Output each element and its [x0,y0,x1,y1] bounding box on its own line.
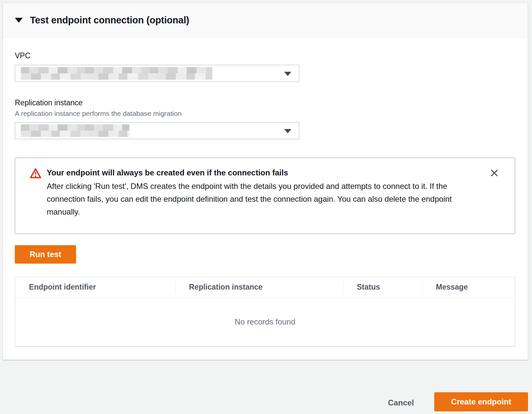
table-header-row: Endpoint identifier Replication instance… [15,277,515,298]
replication-instance-label: Replication instance [15,98,515,107]
panel-header-toggle[interactable]: Test endpoint connection (optional) [3,3,528,38]
warning-alert-body: After clicking 'Run test', DMS creates t… [47,180,475,218]
redacted-vpc-value [21,67,212,80]
run-test-button[interactable]: Run test [15,245,76,264]
redacted-replication-instance-value [21,124,129,137]
column-header-message: Message [422,277,515,297]
close-icon [490,168,499,177]
replication-instance-select[interactable] [15,122,299,139]
warning-alert: Your endpoint will always be created eve… [15,158,515,234]
column-header-status: Status [343,277,422,297]
close-alert-button[interactable] [489,167,500,178]
column-header-replication-instance: Replication instance [175,277,343,297]
empty-state-message: No records found [15,298,515,346]
cancel-button[interactable]: Cancel [388,398,414,407]
chevron-down-icon [284,72,291,76]
test-results-table: Endpoint identifier Replication instance… [15,277,515,347]
replication-instance-field-group: Replication instance A replication insta… [15,98,515,139]
replication-instance-description: A replication instance performs the data… [15,110,515,117]
test-endpoint-connection-panel: Test endpoint connection (optional) VPC … [3,3,528,360]
warning-alert-content: Your endpoint will always be created eve… [47,167,475,218]
panel-title: Test endpoint connection (optional) [30,15,189,26]
create-endpoint-button[interactable]: Create endpoint [434,392,528,411]
vpc-label: VPC [15,51,515,60]
panel-body: VPC Replication instance A replication i… [3,38,528,360]
collapse-caret-icon [15,18,23,23]
chevron-down-icon [284,129,291,133]
vpc-field-group: VPC [15,51,515,82]
form-actions-footer: Cancel Create endpoint [0,362,532,414]
warning-alert-title: Your endpoint will always be created eve… [47,167,475,179]
vpc-select[interactable] [15,65,299,82]
warning-triangle-icon [30,168,41,180]
column-header-endpoint-identifier: Endpoint identifier [15,277,175,297]
